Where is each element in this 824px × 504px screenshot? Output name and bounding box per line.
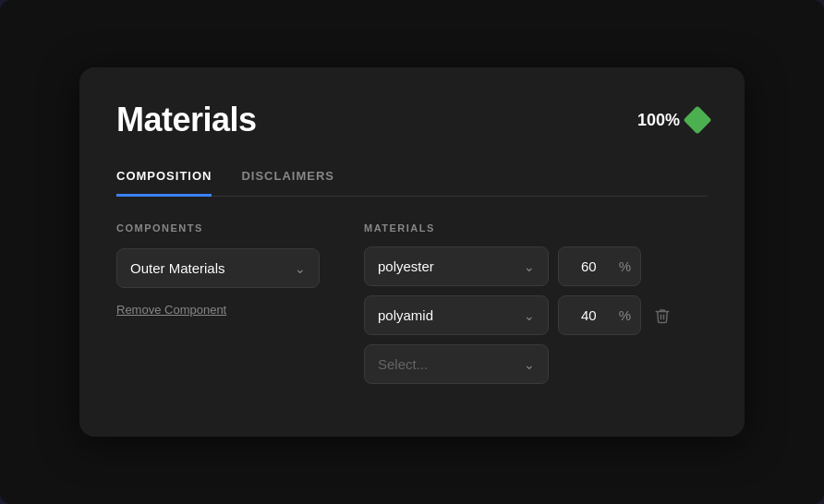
progress-value: 100% <box>637 111 680 130</box>
material-select-1[interactable]: polyester ⌄ <box>364 246 549 286</box>
tab-disclaimers[interactable]: DISCLAIMERS <box>241 162 334 197</box>
chevron-down-icon: ⌄ <box>295 261 306 276</box>
chevron-down-icon: ⌄ <box>524 259 535 274</box>
percent-input-2[interactable]: 40 % <box>558 295 641 335</box>
trash-icon <box>654 307 671 324</box>
percent-value-1: 60 <box>559 247 619 285</box>
page-title: Materials <box>116 101 257 139</box>
chevron-down-icon: ⌄ <box>524 308 535 323</box>
material-value-1: polyester <box>378 258 434 274</box>
tab-composition[interactable]: COMPOSITION <box>116 162 212 197</box>
material-row-3: Select... ⌄ <box>364 344 708 384</box>
diamond-icon <box>683 105 711 134</box>
material-select-2[interactable]: polyamid ⌄ <box>364 295 549 335</box>
materials-card: Materials 100% COMPOSITION DISCLAIMERS C… <box>79 67 745 437</box>
component-dropdown[interactable]: Outer Materials ⌄ <box>116 248 320 288</box>
components-column: COMPONENTS Outer Materials ⌄ Remove Comp… <box>116 222 320 317</box>
component-dropdown-value: Outer Materials <box>130 260 225 276</box>
composition-section: COMPONENTS Outer Materials ⌄ Remove Comp… <box>116 222 708 384</box>
tabs-bar: COMPOSITION DISCLAIMERS <box>116 162 708 197</box>
percent-input-1[interactable]: 60 % <box>558 246 641 286</box>
material-value-2: polyamid <box>378 307 433 323</box>
materials-label: MATERIALS <box>364 222 708 234</box>
delete-material-button-2[interactable] <box>650 304 674 328</box>
components-label: COMPONENTS <box>116 222 320 234</box>
material-row-1: polyester ⌄ 60 % <box>364 246 708 286</box>
material-row-2: polyamid ⌄ 40 % <box>364 295 708 335</box>
screen: Materials 100% COMPOSITION DISCLAIMERS C… <box>0 0 824 504</box>
chevron-down-icon: ⌄ <box>524 357 535 372</box>
card-header: Materials 100% <box>116 101 708 139</box>
material-placeholder-3: Select... <box>378 356 428 372</box>
materials-column: MATERIALS polyester ⌄ 60 % polyamid <box>364 222 708 384</box>
material-select-3[interactable]: Select... ⌄ <box>364 344 549 384</box>
percent-value-2: 40 <box>559 296 619 334</box>
percent-symbol-1: % <box>619 247 640 285</box>
percent-symbol-2: % <box>619 296 640 334</box>
progress-badge: 100% <box>637 110 708 130</box>
remove-component-link[interactable]: Remove Component <box>116 303 320 317</box>
